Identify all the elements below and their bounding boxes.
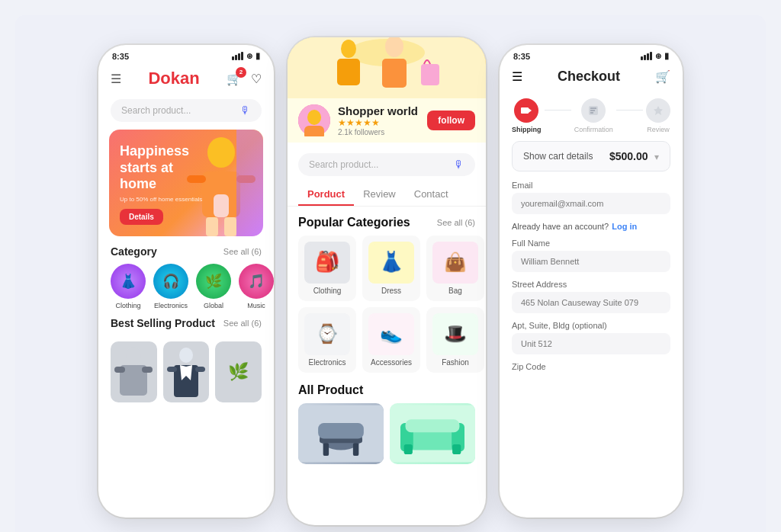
step-shipping[interactable]: Shipping [512, 98, 542, 133]
mic-icon-1[interactable]: 🎙 [240, 104, 251, 117]
checkout-steps: Shipping Confirmation Review [500, 91, 683, 133]
banner-accent [236, 130, 263, 236]
apt-label: Apt, Suite, Bldg (optional) [512, 321, 670, 330]
svg-rect-10 [142, 367, 153, 373]
category-item-global[interactable]: 🌿 Global [196, 264, 231, 309]
cat-img-bag: 👜 [432, 242, 478, 284]
status-bar-1: 8:35 ⊛ ▮ [98, 45, 274, 64]
cart-summary[interactable]: Show cart details $500.00 ▾ [512, 141, 670, 171]
menu-icon[interactable]: ☰ [111, 72, 121, 86]
product-card-1[interactable] [298, 403, 384, 464]
product-card-2[interactable] [390, 403, 475, 464]
svg-rect-50 [452, 444, 461, 454]
cat-card-electronics[interactable]: ⌚ Electronics [298, 307, 356, 373]
bestsell-title: Best Selling Product [111, 317, 215, 329]
cat-card-fashion[interactable]: 🎩 Fashion [426, 307, 484, 373]
p3-cart-icon[interactable]: 🛒 [655, 69, 670, 84]
cat-label-fashion: Fashion [442, 358, 469, 367]
email-input[interactable] [512, 193, 670, 214]
bestsell-header: Best Selling Product See all (6) [111, 317, 262, 335]
step-divider-2 [616, 110, 643, 111]
step-review[interactable]: Review [646, 98, 670, 133]
step-confirmation[interactable]: Confirmation [574, 98, 613, 133]
apt-group: Apt, Suite, Bldg (optional) [512, 321, 670, 354]
fullname-input[interactable] [512, 251, 670, 272]
category-item-electronics[interactable]: 🎧 Electronics [153, 264, 188, 309]
cart-summary-label: Show cart details [523, 151, 593, 162]
svg-rect-22 [382, 59, 407, 88]
mic-icon-2[interactable]: 🎙 [454, 159, 464, 171]
category-icon-music: 🎵 [239, 264, 274, 299]
category-item-clothing[interactable]: 👗 Clothing [111, 264, 146, 309]
bestsell-img-1 [111, 341, 157, 402]
fullname-label: Full Name [512, 239, 670, 248]
tab-review[interactable]: Review [354, 182, 405, 206]
follow-button[interactable]: follow [427, 111, 475, 130]
address-input[interactable] [512, 292, 670, 313]
svg-point-0 [207, 137, 235, 168]
tab-contact[interactable]: Contact [405, 182, 458, 206]
popular-title: Popular Categories [298, 216, 410, 229]
search-bar-2[interactable]: Search product... 🎙 [298, 153, 475, 176]
zip-group: Zip Code [512, 362, 670, 371]
cat-card-accessories[interactable]: 👟 Accessories [362, 307, 420, 373]
bestsell-card-1[interactable] [111, 341, 157, 402]
category-icon-electronics: 🎧 [153, 264, 188, 299]
step-shipping-label: Shipping [512, 126, 542, 133]
shop-followers: 2.1k followers [338, 128, 419, 136]
bestsell-row: 🌿 [111, 341, 262, 402]
step-review-circle [646, 98, 670, 123]
cart-button[interactable]: 🛒 2 [227, 72, 242, 86]
shop-name: Shopper world [338, 104, 419, 117]
time-1: 8:35 [112, 52, 129, 61]
category-row: 👗 Clothing 🎧 Electronics 🌿 Global 🎵 Musi… [98, 264, 274, 317]
category-icon-global: 🌿 [196, 264, 231, 299]
status-icons-1: ⊛ ▮ [232, 51, 260, 61]
svg-point-25 [307, 110, 321, 125]
category-section-header: Category See all (6) [98, 236, 274, 264]
cat-card-dress[interactable]: 👗 Dress [362, 236, 420, 301]
fullname-group: Full Name [512, 239, 670, 272]
checkout-title: Checkout [522, 69, 655, 85]
svg-rect-9 [114, 367, 125, 373]
main-container: 8:35 ⊛ ▮ ☰ Dokan 🛒 2 [15, 15, 766, 532]
popular-see-all[interactable]: See all (6) [437, 218, 475, 227]
step-divider-1 [545, 110, 571, 111]
battery-icon: ▮ [256, 51, 260, 61]
cat-card-clothing[interactable]: 🎒 Clothing [298, 236, 356, 301]
bestsell-card-3[interactable]: 🌿 [215, 341, 262, 402]
bestsell-card-2[interactable] [163, 341, 210, 402]
p3-menu-icon[interactable]: ☰ [512, 69, 522, 84]
category-see-all[interactable]: See all (6) [223, 247, 262, 256]
svg-text:👜: 👜 [444, 251, 467, 273]
p1-header: ☰ Dokan 🛒 2 ♡ [98, 64, 274, 95]
apt-input[interactable] [512, 333, 670, 354]
signal-icon-3 [641, 52, 652, 60]
category-title: Category [111, 245, 157, 258]
time-3: 8:35 [513, 52, 530, 61]
cart-badge: 2 [236, 67, 246, 78]
promo-banner: Happiness starts at home Up to 50% off h… [109, 130, 263, 236]
shop-avatar [298, 104, 330, 136]
search-bar-1[interactable]: Search product... 🎙 [111, 99, 262, 122]
banner-details-button[interactable]: Details [120, 209, 163, 225]
wishlist-icon[interactable]: ♡ [251, 72, 262, 86]
logo-d: D [148, 69, 160, 88]
account-text: Already have an account? [512, 222, 609, 231]
phone-3: 8:35 ⊛ ▮ ☰ Checkout 🛒 [500, 45, 683, 518]
cat-label-bag: Bag [448, 287, 462, 295]
header-icons: 🛒 2 ♡ [227, 72, 262, 86]
bestsell-see-all[interactable]: See all (6) [223, 319, 262, 328]
phone-1: 8:35 ⊛ ▮ ☰ Dokan 🛒 2 [98, 45, 274, 518]
battery-icon-3: ▮ [664, 51, 669, 61]
svg-rect-5 [224, 217, 236, 236]
category-item-music[interactable]: 🎵 Music [239, 264, 274, 309]
cat-card-bag[interactable]: 👜 Bag [426, 236, 484, 301]
all-product-title: All Product [288, 380, 486, 403]
cart-summary-price-container: $500.00 ▾ [609, 149, 659, 163]
svg-rect-6 [214, 194, 229, 217]
login-link[interactable]: Log in [612, 222, 637, 231]
search-placeholder-1: Search product... [121, 105, 191, 116]
tab-product[interactable]: Porduct [298, 182, 354, 206]
phone-2: Shopper world ★★★★★ 2.1k followers follo… [288, 37, 486, 525]
